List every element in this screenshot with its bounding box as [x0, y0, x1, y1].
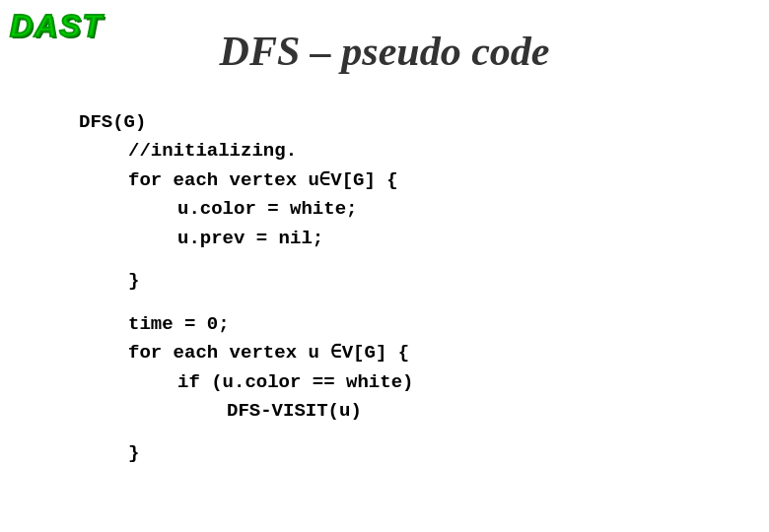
blank-line-2: [79, 297, 730, 310]
code-line-8: for each vertex u ∈V[G] {: [128, 339, 730, 367]
code-line-4: u.color = white;: [177, 195, 730, 224]
blank-line-3: [79, 426, 730, 439]
page-title: DFS – pseudo code: [0, 28, 769, 75]
code-line-9: if (u.color == white): [177, 368, 730, 397]
code-line-7: time = 0;: [128, 310, 730, 339]
code-block: DFS(G) //initializing. for each vertex u…: [79, 108, 730, 469]
code-line-6: }: [128, 267, 730, 296]
code-line-11: }: [128, 439, 730, 468]
code-line-2: //initializing.: [128, 137, 730, 166]
code-line-5: u.prev = nil;: [177, 225, 730, 253]
code-line-3: for each vertex u∈V[G] {: [128, 166, 730, 195]
blank-line-1: [79, 253, 730, 267]
code-line-1: DFS(G): [79, 108, 730, 137]
code-line-10: DFS-VISIT(u): [227, 397, 730, 426]
